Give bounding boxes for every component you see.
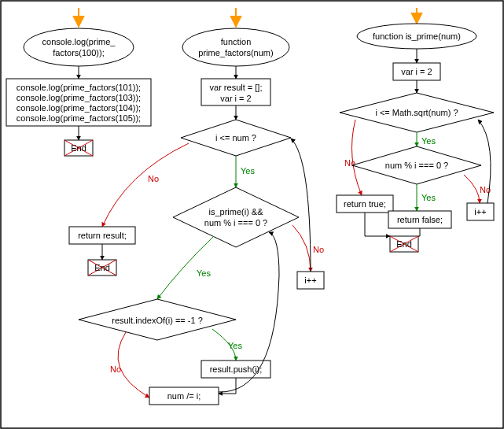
ip-mod: num % i === 0 ? <box>385 161 448 170</box>
no-label: No <box>110 364 121 374</box>
call1-text-l1: console.log(prime_ <box>42 37 116 46</box>
terminator-end: End <box>88 260 116 276</box>
pf-init-l2: var i = 2 <box>220 94 251 103</box>
no-label: No <box>313 245 324 254</box>
pf-push: result.push(i); <box>210 364 263 374</box>
end-label: End <box>94 263 110 272</box>
calls-l4: console.log(prime_factors(105)); <box>17 113 141 123</box>
yes-label: Yes <box>228 341 242 350</box>
pf-check-l1: is_prime(i) && <box>208 207 263 216</box>
terminator-end: End <box>64 140 93 156</box>
end-label: End <box>71 143 86 153</box>
yes-label: Yes <box>241 166 255 176</box>
no-label: No <box>344 158 355 168</box>
call1-text-l2: factors(100)); <box>53 48 104 57</box>
calls-l1: console.log(prime_factors(101)); <box>17 83 141 92</box>
ip-init: var i = 2 <box>401 67 432 76</box>
calls-l3: console.log(prime_factors(104)); <box>17 103 141 113</box>
yes-label: Yes <box>421 136 436 146</box>
yes-label: Yes <box>197 268 211 278</box>
calls-l2: console.log(prime_factors(103)); <box>17 93 141 102</box>
pf-inc: i++ <box>304 276 316 285</box>
ip-fn: function is_prime(num) <box>373 31 461 41</box>
pf-loop: i <= num ? <box>215 133 256 142</box>
pf-div: num /= i; <box>167 391 201 401</box>
pf-idx: result.indexOf(i) == -1 ? <box>112 316 203 325</box>
flowchart-canvas: console.log(prime_ factors(100)); consol… <box>0 0 504 429</box>
pf-fn-l1: function <box>221 37 252 46</box>
end-label: End <box>396 239 412 249</box>
ip-rettrue: return true; <box>344 199 386 209</box>
terminator-end: End <box>390 236 418 252</box>
no-label: No <box>148 174 159 183</box>
yes-label: Yes <box>421 193 436 202</box>
pf-fn-l2: prime_factors(num) <box>198 48 273 57</box>
ip-inc: i++ <box>474 207 486 216</box>
pf-ret: return result; <box>78 231 127 240</box>
ip-loop: i <= Math.sqrt(num) ? <box>375 108 458 117</box>
pf-init-l1: var result = []; <box>210 83 263 92</box>
ip-retfalse: return false; <box>397 215 443 224</box>
pf-check-l2: num % i === 0 ? <box>204 218 267 227</box>
